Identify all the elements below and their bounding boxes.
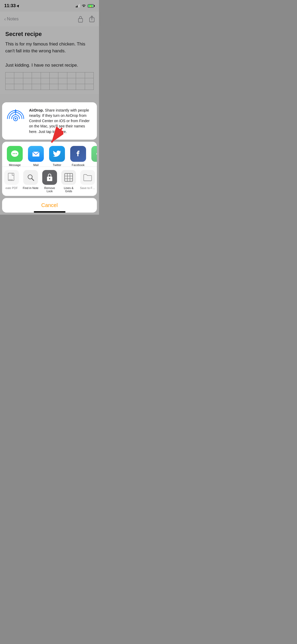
battery-icon: ⚡ bbox=[88, 4, 95, 8]
app-label-facebook: Facebook bbox=[72, 163, 84, 167]
create-pdf-icon: PDF bbox=[4, 170, 19, 185]
wifi-icon bbox=[82, 4, 86, 8]
find-in-note-icon bbox=[23, 170, 38, 185]
svg-point-13 bbox=[13, 153, 14, 154]
signal-icon bbox=[76, 4, 80, 7]
twitter-icon bbox=[49, 146, 65, 162]
save-to-files-icon bbox=[80, 170, 95, 185]
status-time: 11:33 bbox=[4, 3, 20, 8]
status-bar: 11:33 ⚡ bbox=[0, 0, 99, 12]
action-item-lines-grids[interactable]: Lines & Grids bbox=[59, 170, 78, 193]
svg-point-17 bbox=[96, 153, 97, 155]
svg-rect-26 bbox=[65, 173, 73, 181]
action-label-save-to-files: Save to F… bbox=[80, 186, 95, 190]
svg-point-25 bbox=[49, 178, 50, 180]
time-label: 11:33 bbox=[4, 3, 16, 8]
app-item-more[interactable] bbox=[89, 146, 97, 167]
lines-grids-icon bbox=[61, 170, 76, 185]
cancel-button[interactable]: Cancel bbox=[2, 198, 97, 213]
facebook-icon bbox=[70, 146, 86, 162]
svg-rect-2 bbox=[94, 5, 95, 7]
more-icon bbox=[91, 146, 97, 162]
app-label-message: Message bbox=[9, 163, 21, 167]
status-icons: ⚡ bbox=[76, 4, 95, 8]
action-item-find-in-note[interactable]: Find in Note bbox=[21, 170, 40, 193]
svg-text:PDF: PDF bbox=[9, 179, 13, 181]
airdrop-icon bbox=[6, 108, 25, 126]
app-label-mail: Mail bbox=[33, 163, 39, 167]
svg-text:⚡: ⚡ bbox=[89, 5, 92, 8]
svg-line-23 bbox=[32, 178, 34, 181]
svg-marker-0 bbox=[17, 4, 20, 7]
location-icon bbox=[17, 4, 20, 7]
remove-lock-icon bbox=[42, 170, 57, 185]
apps-panel: Message Mail Twitter bbox=[2, 142, 97, 196]
share-sheet: AirDrop. Share instantly with people nea… bbox=[0, 102, 99, 215]
app-item-twitter[interactable]: Twitter bbox=[46, 146, 68, 167]
apps-row: Message Mail Twitter bbox=[2, 146, 97, 167]
app-item-message[interactable]: Message bbox=[4, 146, 25, 167]
action-label-lines-grids: Lines & Grids bbox=[60, 186, 77, 193]
mail-icon bbox=[28, 146, 44, 162]
svg-point-8 bbox=[15, 118, 16, 119]
home-indicator bbox=[34, 211, 65, 213]
action-item-save-to-files[interactable]: Save to F… bbox=[78, 170, 97, 193]
action-label-remove-lock: Remove Lock bbox=[41, 186, 58, 193]
airdrop-description: AirDrop. Share instantly with people nea… bbox=[29, 108, 93, 134]
action-label-create-pdf: eate PDF bbox=[6, 186, 18, 190]
action-item-create-pdf[interactable]: PDF eate PDF bbox=[2, 170, 21, 193]
svg-point-14 bbox=[14, 153, 15, 154]
action-label-find-in-note: Find in Note bbox=[23, 186, 38, 190]
app-item-facebook[interactable]: Facebook bbox=[68, 146, 89, 167]
message-icon bbox=[7, 146, 23, 162]
app-item-mail[interactable]: Mail bbox=[25, 146, 46, 167]
svg-point-15 bbox=[16, 153, 17, 154]
app-label-twitter: Twitter bbox=[53, 163, 61, 167]
airdrop-panel: AirDrop. Share instantly with people nea… bbox=[2, 102, 97, 140]
actions-row: PDF eate PDF Find in Note bbox=[2, 167, 97, 194]
action-item-remove-lock[interactable]: Remove Lock bbox=[40, 170, 59, 193]
